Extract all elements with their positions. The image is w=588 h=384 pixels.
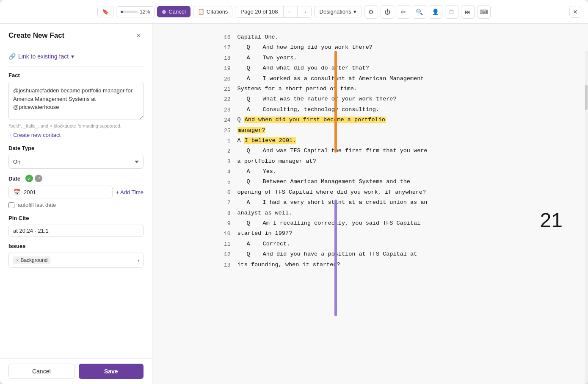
skip-icon: ⏭	[465, 8, 471, 15]
line-text: Capital One.	[237, 32, 519, 42]
pin-cite-input[interactable]	[13, 228, 139, 234]
issues-tag: × Background	[13, 256, 50, 264]
search-button[interactable]: 🔍	[413, 5, 426, 19]
panel-header: Create New Fact ×	[0, 24, 152, 46]
doc-line: 9Q Am I recalling correctly, you said TF…	[222, 218, 519, 228]
line-text: Q And when did you first become a portfo…	[237, 115, 519, 125]
progress-fill	[121, 11, 123, 13]
citations-label: Citations	[207, 8, 228, 15]
line-text: Q And what did you do after that?	[237, 63, 519, 73]
designations-label: Designations	[320, 8, 351, 15]
link-existing-fact[interactable]: 🔗 Link to existing fact ▾	[8, 53, 144, 60]
autofill-row: autofill last date	[8, 202, 144, 208]
issues-tag-label: Background	[20, 257, 47, 263]
skip-button[interactable]: ⏭	[461, 5, 475, 19]
date-check-icon: ✓	[25, 175, 33, 182]
line-number: 7	[222, 198, 237, 208]
keyboard-icon: ⌨	[480, 8, 488, 15]
doc-line: 4A Yes.	[222, 167, 519, 177]
date-icons: ✓ ?	[25, 175, 42, 182]
panel-footer: Cancel Save	[0, 358, 152, 384]
date-input[interactable]	[24, 189, 108, 195]
line-text: Systems for a short period of time.	[237, 84, 519, 94]
issues-tag-wrap[interactable]: × Background ▾	[8, 253, 144, 268]
line-text: Q What was the nature of your work there…	[237, 94, 519, 104]
fact-textarea[interactable]	[8, 82, 144, 120]
close-icon: ✕	[573, 8, 578, 15]
cancel-icon: ⊗	[162, 8, 166, 15]
line-number: 1	[222, 136, 237, 146]
doc-content: 16Capital One.17Q And how long did you w…	[222, 24, 519, 287]
date-type-select[interactable]: On Before After Between	[8, 155, 144, 169]
autofill-label: autofill last date	[18, 202, 56, 208]
panel-body: 🔗 Link to existing fact ▾ Fact // Pre-fi…	[0, 46, 152, 358]
line-text: its founding, when it started?	[237, 260, 519, 270]
main-content: Create New Fact × 🔗 Link to existing fac…	[0, 24, 588, 384]
edit-button[interactable]: ✏	[397, 5, 410, 19]
app-window: 🔖 12% ⊗ Cancel 📋 Citations Page 20 of 10…	[0, 0, 588, 384]
doc-line: 17Q And how long did you work there?	[222, 42, 519, 53]
line-number: 22	[222, 94, 237, 104]
cancel-button[interactable]: ⊗ Cancel	[157, 6, 190, 17]
issues-dropdown-arrow: ▾	[138, 258, 140, 263]
page-navigation: Page 20 of 108 ← →	[235, 6, 311, 18]
line-number: 2	[222, 146, 237, 156]
power-icon: ⏻	[384, 8, 390, 15]
designations-button[interactable]: Designations ▾	[314, 6, 362, 17]
progress-label: 12%	[140, 9, 150, 15]
power-button[interactable]: ⏻	[381, 5, 394, 19]
form-save-button[interactable]: Save	[79, 364, 144, 379]
line-text: opening of TFS Capital where did you wor…	[237, 187, 519, 198]
line-number: 9	[222, 218, 237, 228]
line-text: A I believe 2001.	[237, 136, 519, 146]
line-text: started in 1997?	[237, 228, 519, 239]
progress-track	[121, 11, 138, 13]
create-contact-link[interactable]: + Create new contact	[8, 132, 144, 138]
line-number: 24	[222, 115, 237, 125]
doc-line: 3a portfolio manager at?	[222, 156, 519, 167]
bookmark-button[interactable]: 🔖	[97, 6, 113, 17]
citation-icon: 📋	[198, 8, 204, 15]
pin-cite-wrap	[8, 225, 144, 237]
highlighted-text: manager?	[237, 127, 266, 134]
line-number: 12	[222, 249, 237, 259]
scrollbar[interactable]	[585, 51, 588, 384]
doc-line: 20A I worked as a consultant at American…	[222, 74, 519, 84]
line-text: A I had a very short stint at a credit u…	[237, 198, 519, 208]
line-number: 8	[222, 208, 237, 218]
line-text: Q Am I recalling correctly, you said TFS…	[237, 218, 519, 228]
line-text: A Correct.	[237, 239, 519, 249]
line-number: 18	[222, 53, 237, 63]
keyboard-button[interactable]: ⌨	[477, 5, 491, 19]
doc-line: 8analyst as well.	[222, 208, 519, 218]
highlighted-text: And when did you first become a portfoli…	[244, 117, 386, 123]
close-panel-icon: ×	[136, 32, 140, 39]
autofill-checkbox[interactable]	[8, 202, 14, 208]
prev-page-button[interactable]: ←	[284, 6, 298, 17]
line-number: 11	[222, 239, 237, 249]
users-button[interactable]: 👤	[429, 5, 442, 19]
line-number: 20	[222, 74, 237, 84]
date-label: Date	[8, 175, 20, 182]
line-number: 3	[222, 156, 237, 167]
expand-button[interactable]: □	[445, 5, 458, 19]
tag-remove-icon[interactable]: ×	[16, 258, 19, 263]
orange-marker	[334, 51, 337, 153]
link-label: Link to existing fact	[18, 53, 69, 60]
next-page-button[interactable]: →	[298, 6, 311, 17]
link-icon: 🔗	[8, 53, 16, 60]
settings-button[interactable]: ⚙	[364, 5, 378, 19]
add-time-link[interactable]: + Add Time	[116, 189, 144, 195]
form-cancel-button[interactable]: Cancel	[8, 364, 75, 379]
line-text: manager?	[237, 125, 519, 136]
close-window-button[interactable]: ✕	[569, 6, 581, 18]
doc-line: 11A Correct.	[222, 239, 519, 249]
doc-line: 1A I believe 2001.	[222, 136, 519, 146]
line-text: Q Between American Management Systems an…	[237, 177, 519, 187]
panel-close-button[interactable]: ×	[133, 31, 144, 41]
doc-line: 18A Two years.	[222, 53, 519, 63]
citations-button[interactable]: 📋 Citations	[193, 6, 233, 17]
issues-label: Issues	[8, 243, 144, 249]
bookmark-icon: 🔖	[102, 8, 109, 15]
date-info-icon: ?	[35, 175, 42, 182]
